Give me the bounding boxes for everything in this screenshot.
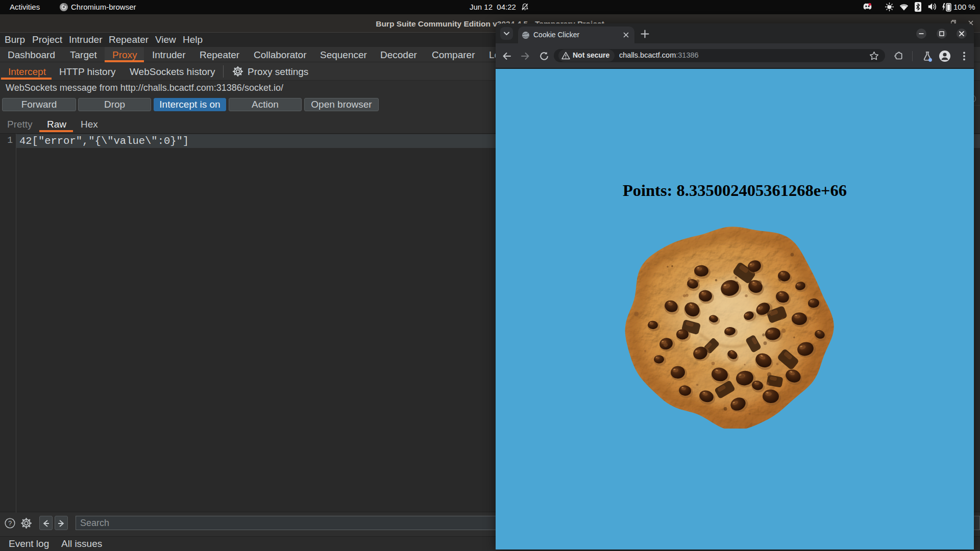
- svg-text:?: ?: [8, 519, 12, 527]
